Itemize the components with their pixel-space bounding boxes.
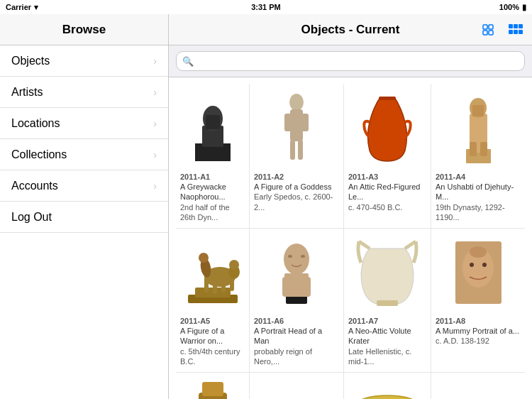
object-cell-2011-A11[interactable]: 2011-A11 (344, 373, 431, 399)
object-date-label: c. A.D. 138-192 (436, 336, 489, 346)
object-id-label: 2011-A2 (254, 173, 284, 181)
svg-rect-31 (213, 278, 217, 294)
object-cell-2011-A3[interactable]: 2011-A3An Attic Red-Figured Le...c. 470-… (344, 84, 431, 229)
objects-grid: 2011-A1A Greywacke Naophorou...2nd half … (169, 77, 532, 399)
svg-rect-9 (519, 30, 523, 34)
object-image-2011-A3 (348, 90, 426, 168)
object-title-label: An Ushabti of Djehuty-M... (436, 182, 521, 202)
svg-point-42 (288, 255, 292, 258)
object-id-label: 2011-A8 (436, 317, 465, 325)
object-image-2011-A6 (254, 234, 339, 312)
svg-rect-1 (489, 25, 493, 29)
sidebar-item-logout[interactable]: Log Out (0, 202, 168, 233)
object-image-2011-A8 (436, 234, 521, 312)
object-id-label: 2011-A5 (180, 317, 210, 325)
object-title-label: A Greywacke Naophorou... (180, 182, 245, 202)
svg-rect-7 (509, 30, 513, 34)
svg-rect-5 (514, 24, 518, 28)
sidebar-item-accounts[interactable]: Accounts› (0, 170, 168, 202)
search-icon: 🔍 (182, 56, 194, 67)
battery-label: 100% (499, 3, 519, 11)
object-cell-2011-A7[interactable]: 2011-A7A Neo-Attic Volute KraterLate Hel… (344, 229, 431, 373)
nav-main-area: Objects - Current (169, 14, 532, 45)
object-title-label: A Neo-Attic Volute Krater (348, 326, 426, 346)
svg-rect-3 (489, 31, 493, 35)
object-cell-2011-A5[interactable]: 2011-A5A Figure of a Warrior on...c. 5th… (176, 229, 250, 373)
svg-point-41 (284, 244, 309, 275)
search-bar: 🔍 (176, 51, 525, 71)
svg-point-14 (289, 94, 304, 111)
svg-rect-20 (379, 97, 396, 100)
object-image-2011-A7 (348, 234, 426, 312)
object-id-label: 2011-A6 (254, 317, 284, 325)
sidebar-item-collections[interactable]: Collections› (0, 139, 168, 170)
svg-rect-8 (514, 30, 518, 34)
object-cell-2011-A4[interactable]: 2011-A4An Ushabti of Djehuty-M...19th Dy… (431, 84, 525, 229)
svg-point-35 (229, 260, 239, 270)
object-id-label: 2011-A3 (348, 173, 378, 181)
object-image-2011-A12 (436, 378, 521, 399)
svg-rect-13 (206, 115, 220, 129)
object-image-2011-A11 (348, 378, 426, 399)
svg-rect-52 (202, 382, 223, 396)
main-title: Objects - Current (301, 23, 400, 37)
svg-rect-33 (230, 278, 234, 291)
object-cell-2011-A9[interactable]: 2011-A9 (176, 373, 250, 399)
sidebar-label-locations: Locations (11, 117, 60, 130)
sidebar-label-artists: Artists (11, 86, 43, 99)
object-title-label: A Mummy Portrait of a... (436, 326, 519, 336)
svg-rect-2 (483, 31, 487, 35)
object-cell-2011-A1[interactable]: 2011-A1A Greywacke Naophorou...2nd half … (176, 84, 250, 229)
nav-bar: Browse Objects - Current (0, 14, 532, 45)
object-image-2011-A4 (436, 90, 521, 168)
svg-rect-30 (204, 277, 209, 293)
object-image-2011-A9 (180, 378, 245, 399)
svg-rect-24 (472, 105, 484, 116)
search-bar-container: 🔍 (169, 45, 532, 77)
chevron-icon: › (153, 118, 157, 129)
object-cell-2011-A12[interactable]: 2011-A12 (431, 373, 525, 399)
sidebar-item-artists[interactable]: Artists› (0, 77, 168, 108)
object-image-2011-A2 (254, 90, 339, 168)
svg-rect-19 (298, 140, 303, 160)
object-cell-2011-A10[interactable]: 2011-A10 (250, 373, 344, 399)
svg-rect-16 (284, 114, 292, 131)
object-date-label: Early Spedos, c. 2600-2... (254, 192, 339, 212)
nav-actions (478, 20, 526, 40)
search-input[interactable] (198, 55, 519, 67)
wifi-icon: ▾ (34, 3, 38, 12)
sidebar-item-locations[interactable]: Locations› (0, 108, 168, 139)
browse-title: Browse (0, 14, 169, 45)
object-image-2011-A5 (180, 234, 245, 312)
status-bar: Carrier ▾ 3:31 PM 100% ▮ (0, 0, 532, 14)
edit-button[interactable] (478, 20, 498, 40)
carrier-label: Carrier (6, 3, 31, 11)
svg-rect-25 (470, 142, 477, 156)
object-date-label: 2nd half of the 26th Dyn... (180, 202, 245, 223)
svg-rect-6 (519, 24, 523, 28)
sidebar: Objects›Artists›Locations›Collections›Ac… (0, 45, 169, 399)
object-date-label: Late Hellenistic, c. mid-1... (348, 346, 426, 367)
object-id-label: 2011-A1 (180, 173, 210, 181)
svg-point-47 (470, 263, 474, 267)
object-date-label: 19th Dynasty, 1292-1190... (436, 202, 521, 223)
object-title-label: A Figure of a Warrior on... (180, 326, 245, 346)
object-cell-2011-A8[interactable]: 2011-A8A Mummy Portrait of a...c. A.D. 1… (431, 229, 525, 373)
object-cell-2011-A6[interactable]: 2011-A6A Portrait Head of a Manprobably … (250, 229, 344, 373)
object-cell-2011-A2[interactable]: 2011-A2A Figure of a GoddessEarly Spedos… (250, 84, 344, 229)
svg-rect-32 (221, 277, 226, 293)
grid-view-button[interactable] (505, 20, 526, 40)
sidebar-item-objects[interactable]: Objects› (0, 45, 168, 77)
svg-rect-15 (290, 109, 303, 141)
battery-icon: ▮ (522, 3, 526, 12)
svg-point-37 (199, 253, 209, 263)
status-time: 3:31 PM (251, 3, 281, 11)
status-right: 100% ▮ (499, 3, 526, 12)
object-image-2011-A1 (180, 90, 245, 168)
svg-rect-26 (480, 142, 487, 156)
main-layout: Objects›Artists›Locations›Collections›Ac… (0, 45, 532, 399)
object-id-label: 2011-A4 (436, 173, 465, 181)
sidebar-label-objects: Objects (11, 55, 50, 67)
object-title-label: An Attic Red-Figured Le... (348, 182, 426, 202)
object-title-label: A Figure of a Goddess (254, 182, 331, 192)
